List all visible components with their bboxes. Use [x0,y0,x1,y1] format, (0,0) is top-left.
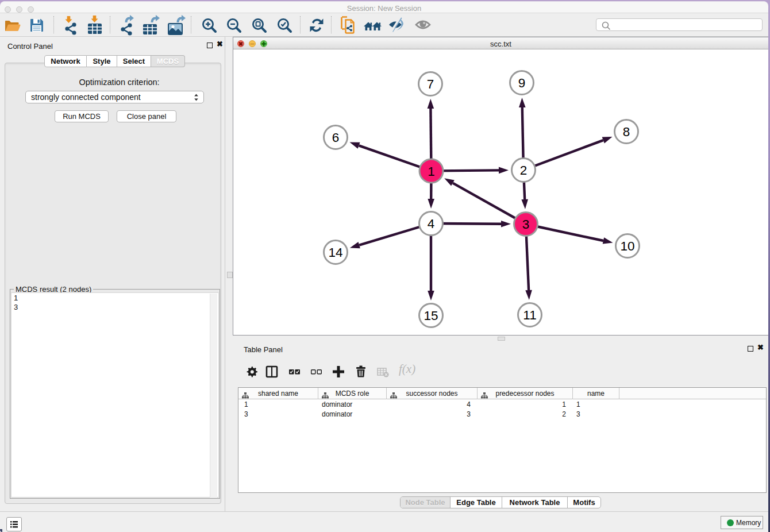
svg-text:f(x): f(x) [399,364,415,376]
svg-text:7: 7 [427,77,434,91]
svg-text:6: 6 [332,130,340,145]
svg-text:9: 9 [518,76,526,90]
svg-text:10: 10 [620,239,634,253]
svg-text:1: 1 [428,164,435,179]
svg-text:3: 3 [522,217,530,232]
svg-text:11: 11 [523,308,536,322]
svg-text:15: 15 [424,309,438,323]
svg-text:2: 2 [520,163,528,178]
svg-text:8: 8 [623,125,630,139]
svg-text:4: 4 [428,217,435,231]
svg-text:14: 14 [328,245,342,260]
